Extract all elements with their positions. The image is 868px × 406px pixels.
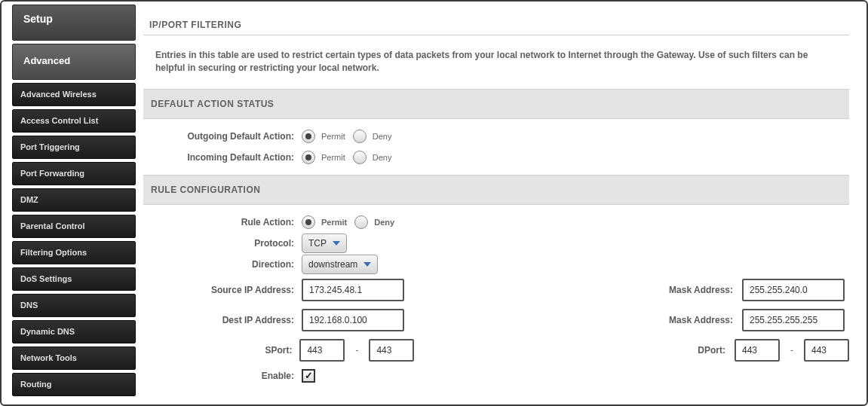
sidebar-item-advanced-wireless[interactable]: Advanced Wireless xyxy=(12,83,136,106)
sidebar-item-dmz[interactable]: DMZ xyxy=(12,188,136,212)
source-mask-label: Mask Address: xyxy=(404,285,742,295)
direction-select[interactable]: downstream xyxy=(302,255,378,274)
sidebar-item-dynamic-dns[interactable]: Dynamic DNS xyxy=(12,320,136,343)
incoming-default-action-label: Incoming Default Action: xyxy=(143,152,302,163)
section-header-rule-config: RULE CONFIGURATION xyxy=(143,175,849,205)
direction-select-value: downstream xyxy=(308,259,357,270)
sidebar-item-label: DoS Settings xyxy=(20,274,72,283)
router-admin-frame: Setup Advanced Advanced Wireless Access … xyxy=(0,0,868,406)
chevron-down-icon xyxy=(363,262,371,267)
rule-action-permit-radio[interactable] xyxy=(302,215,315,229)
incoming-deny-label: Deny xyxy=(373,153,392,162)
enable-label: Enable: xyxy=(143,371,302,381)
page-intro: Entries in this table are used to restri… xyxy=(143,35,837,89)
source-ip-label: Source IP Address: xyxy=(143,285,302,295)
rule-action-permit-label: Permit xyxy=(321,218,347,227)
dport-from-input[interactable] xyxy=(735,339,780,362)
sport-label: SPort: xyxy=(143,345,299,356)
rule-action-label: Rule Action: xyxy=(143,217,302,227)
sport-from-input[interactable] xyxy=(299,339,345,362)
sidebar-item-label: Access Control List xyxy=(20,116,98,125)
protocol-select-value: TCP xyxy=(308,238,327,249)
sidebar-item-filtering-options[interactable]: Filtering Options xyxy=(12,241,136,264)
main-content: IP/PORT FILTERING Entries in this table … xyxy=(143,8,855,401)
protocol-select[interactable]: TCP xyxy=(302,234,347,253)
sidebar-item-label: Advanced Wireless xyxy=(20,90,97,99)
sidebar-item-label: Port Forwarding xyxy=(20,169,84,178)
default-action-form: Outgoing Default Action: Permit Deny Inc… xyxy=(143,119,849,175)
sidebar-item-label: Filtering Options xyxy=(20,248,87,257)
rule-action-deny-radio[interactable] xyxy=(354,215,368,229)
sidebar-item-dns[interactable]: DNS xyxy=(12,294,136,317)
sidebar-item-label: DNS xyxy=(20,301,38,310)
protocol-label: Protocol: xyxy=(143,238,302,249)
direction-label: Direction: xyxy=(143,259,302,270)
sidebar-section-setup[interactable]: Setup xyxy=(12,5,136,41)
source-mask-input[interactable] xyxy=(742,279,845,301)
sidebar-item-access-control-list[interactable]: Access Control List xyxy=(12,109,136,133)
rule-action-deny-label: Deny xyxy=(374,218,394,227)
outgoing-deny-label: Deny xyxy=(373,132,392,141)
incoming-permit-label: Permit xyxy=(321,153,345,162)
source-ip-input[interactable] xyxy=(302,279,404,301)
dport-label: DPort: xyxy=(414,345,735,356)
sidebar-item-parental-control[interactable]: Parental Control xyxy=(12,215,136,238)
sidebar-item-label: Dynamic DNS xyxy=(20,327,75,336)
sidebar-item-dos-settings[interactable]: DoS Settings xyxy=(12,267,136,291)
outgoing-permit-radio[interactable] xyxy=(302,130,315,143)
sidebar-item-network-tools[interactable]: Network Tools xyxy=(12,346,136,370)
page-title: IP/PORT FILTERING xyxy=(143,8,849,35)
sidebar-item-label: Parental Control xyxy=(20,221,85,230)
sidebar-item-label: Routing xyxy=(20,380,52,389)
sidebar-section-label: Setup xyxy=(23,13,53,25)
outgoing-permit-label: Permit xyxy=(321,132,345,141)
outgoing-deny-radio[interactable] xyxy=(353,130,367,143)
dest-ip-label: Dest IP Address: xyxy=(143,315,302,325)
dest-mask-label: Mask Address: xyxy=(404,315,742,325)
enable-checkbox[interactable] xyxy=(302,369,315,383)
sport-to-input[interactable] xyxy=(369,339,414,362)
rule-config-form: Rule Action: Permit Deny Protocol: TCP xyxy=(143,205,849,393)
sidebar-section-advanced[interactable]: Advanced xyxy=(12,44,136,80)
sidebar-item-port-forwarding[interactable]: Port Forwarding xyxy=(12,162,136,185)
sidebar: Setup Advanced Advanced Wireless Access … xyxy=(12,5,136,404)
sidebar-item-port-triggering[interactable]: Port Triggering xyxy=(12,136,136,159)
outgoing-default-action-label: Outgoing Default Action: xyxy=(143,131,302,142)
dest-mask-input[interactable] xyxy=(742,309,845,331)
dport-range-dash: - xyxy=(783,345,801,356)
incoming-permit-radio[interactable] xyxy=(302,151,315,164)
sidebar-item-label: Network Tools xyxy=(20,353,77,362)
sport-range-dash: - xyxy=(348,345,366,356)
sidebar-section-label: Advanced xyxy=(23,55,70,66)
sidebar-item-routing[interactable]: Routing xyxy=(12,373,136,396)
dest-ip-input[interactable] xyxy=(302,309,404,331)
incoming-deny-radio[interactable] xyxy=(353,151,367,164)
sidebar-item-label: DMZ xyxy=(20,195,38,204)
dport-to-input[interactable] xyxy=(804,339,849,362)
chevron-down-icon xyxy=(333,241,340,246)
section-header-default-action: DEFAULT ACTION STATUS xyxy=(143,89,849,119)
sidebar-item-label: Port Triggering xyxy=(20,142,80,151)
